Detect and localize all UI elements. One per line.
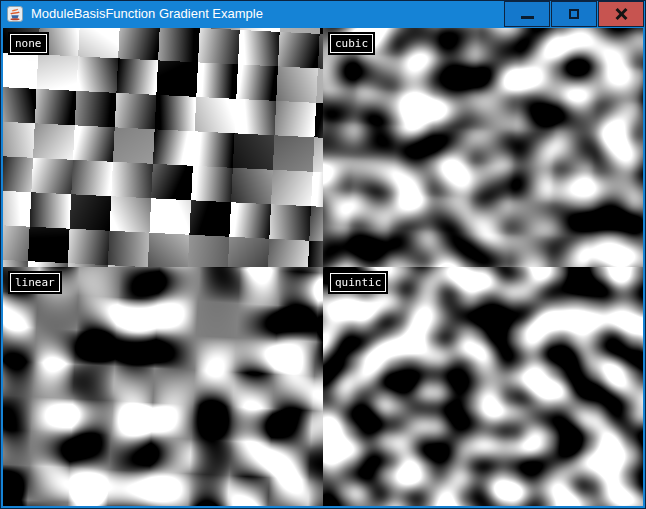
titlebar[interactable]: ModuleBasisFunction Gradient Example (0, 0, 646, 28)
quadrant-label-linear: linear (10, 273, 60, 292)
close-icon (614, 7, 628, 21)
window-title: ModuleBasisFunction Gradient Example (31, 0, 263, 28)
noise-grid: none cubic linear quintic (3, 28, 643, 506)
close-button[interactable] (598, 1, 644, 27)
maximize-icon (569, 9, 579, 19)
minimize-button[interactable] (504, 1, 550, 27)
quadrant-label-quintic: quintic (330, 273, 386, 292)
quadrant-linear: linear (3, 267, 323, 506)
noise-canvas-none (3, 28, 323, 267)
app-window: ModuleBasisFunction Gradient Example non… (0, 0, 646, 509)
quadrant-none: none (3, 28, 323, 267)
window-controls (503, 1, 644, 27)
maximize-button[interactable] (551, 1, 597, 27)
minimize-icon (521, 16, 534, 19)
quadrant-label-cubic: cubic (330, 34, 373, 53)
java-app-icon (7, 6, 23, 22)
noise-canvas-linear (3, 267, 323, 506)
quadrant-quintic: quintic (323, 267, 643, 506)
quadrant-label-none: none (10, 34, 47, 53)
quadrant-cubic: cubic (323, 28, 643, 267)
noise-canvas-quintic (323, 267, 643, 506)
noise-canvas-cubic (323, 28, 643, 267)
